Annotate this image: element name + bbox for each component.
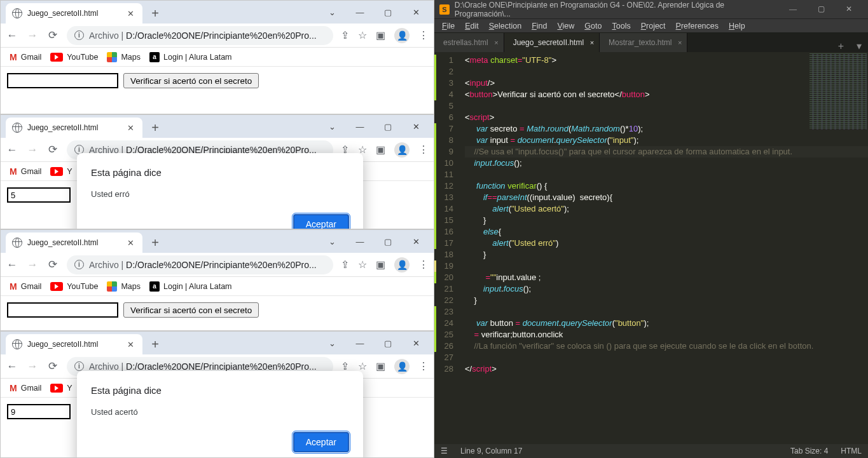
bookmark-gmail[interactable]: MGmail <box>10 383 41 393</box>
info-icon[interactable]: i <box>74 361 84 371</box>
minimize-icon[interactable]: — <box>346 119 374 134</box>
file-tab[interactable]: Juego_secretoII.html× <box>504 33 600 52</box>
menu-toggle-icon[interactable]: ☰ <box>441 447 448 455</box>
status-tabsize[interactable]: Tab Size: 4 <box>790 447 828 455</box>
share-icon[interactable]: ⇪ <box>341 259 349 271</box>
menu-file[interactable]: File <box>437 20 460 32</box>
browser-tab[interactable]: Juego_secretoII.html✕ <box>6 334 142 354</box>
info-icon[interactable]: i <box>74 260 84 269</box>
browser-tab[interactable]: Juego_secretoII.html ✕ <box>6 118 142 138</box>
reload-icon[interactable]: ⟳ <box>46 29 59 42</box>
caret-down-icon[interactable]: ⌄ <box>318 234 346 249</box>
tabs-dropdown-icon[interactable]: ▾ <box>850 40 868 52</box>
back-icon[interactable]: ← <box>6 29 18 42</box>
kebab-menu-icon[interactable]: ⋮ <box>418 360 429 372</box>
close-tab-icon[interactable]: ✕ <box>125 123 136 133</box>
minimap[interactable] <box>809 53 867 130</box>
minimize-icon[interactable]: — <box>779 4 807 14</box>
forward-icon[interactable]: → <box>26 259 39 271</box>
back-icon[interactable]: ← <box>6 144 18 156</box>
back-icon[interactable]: ← <box>6 360 18 373</box>
new-tab-button[interactable]: + <box>146 234 164 252</box>
close-tab-icon[interactable]: ✕ <box>125 340 136 349</box>
minimize-icon[interactable]: — <box>346 4 374 20</box>
bookmark-youtube[interactable]: Y <box>50 384 72 393</box>
close-window-icon[interactable]: ✕ <box>835 4 863 14</box>
close-window-icon[interactable]: ✕ <box>402 119 430 134</box>
bookmark-alura[interactable]: aLogin | Alura Latam <box>149 52 231 62</box>
maximize-icon[interactable]: ▢ <box>807 4 835 14</box>
close-window-icon[interactable]: ✕ <box>402 234 430 249</box>
new-tab-button[interactable]: + <box>146 335 164 353</box>
forward-icon[interactable]: → <box>26 29 39 42</box>
menu-preferences[interactable]: Preferences <box>671 20 724 32</box>
panel-icon[interactable]: ▣ <box>376 259 385 271</box>
verify-button[interactable]: Verificar si acertó con el secreto <box>123 73 259 88</box>
menu-tools[interactable]: Tools <box>607 20 635 32</box>
new-file-icon[interactable]: + <box>832 41 850 52</box>
secret-input[interactable] <box>7 404 71 419</box>
omnibox[interactable]: i Archivo | D:/Oracle%20ONE/Principiante… <box>67 26 333 45</box>
new-tab-button[interactable]: + <box>146 4 164 22</box>
forward-icon[interactable]: → <box>26 144 39 156</box>
profile-avatar[interactable]: 👤 <box>394 142 410 158</box>
editor[interactable]: 1 2 3 4 5 6 7 8 9 10 11 12 13 14 15 16 1… <box>434 52 868 444</box>
panel-icon[interactable]: ▣ <box>376 360 385 372</box>
secret-input[interactable] <box>7 73 118 88</box>
menu-project[interactable]: Project <box>636 20 671 32</box>
maximize-icon[interactable]: ▢ <box>374 234 402 249</box>
reload-icon[interactable]: ⟳ <box>46 258 59 271</box>
status-lang[interactable]: HTML <box>841 447 862 455</box>
back-icon[interactable]: ← <box>6 259 18 271</box>
caret-down-icon[interactable]: ⌄ <box>318 335 346 351</box>
profile-avatar[interactable]: 👤 <box>394 359 410 374</box>
close-tab-icon[interactable]: × <box>678 39 682 46</box>
bookmark-gmail[interactable]: MGmail <box>10 281 41 292</box>
star-icon[interactable]: ☆ <box>358 360 367 372</box>
close-tab-icon[interactable]: ✕ <box>125 238 136 248</box>
reload-icon[interactable]: ⟳ <box>46 143 59 156</box>
star-icon[interactable]: ☆ <box>358 259 367 271</box>
alert-ok-button[interactable]: Aceptar <box>293 214 349 229</box>
omnibox[interactable]: iArchivo | D:/Oracle%20ONE/Principiante%… <box>67 255 333 274</box>
code-area[interactable]: <meta charset="UTF-8"> <input/> <button>… <box>460 52 868 444</box>
star-icon[interactable]: ☆ <box>358 29 367 41</box>
close-tab-icon[interactable]: × <box>590 39 594 46</box>
menu-find[interactable]: Find <box>527 20 552 32</box>
file-tab[interactable]: Mostrar_texto.html× <box>600 33 687 52</box>
maximize-icon[interactable]: ▢ <box>374 119 402 134</box>
bookmark-gmail[interactable]: MGmail <box>10 52 41 62</box>
share-icon[interactable]: ⇪ <box>341 29 349 41</box>
bookmark-youtube[interactable]: YouTube <box>50 53 98 62</box>
close-window-icon[interactable]: ✕ <box>402 335 430 351</box>
profile-avatar[interactable]: 👤 <box>394 28 410 43</box>
bookmark-youtube[interactable]: YouTube <box>50 282 98 291</box>
close-window-icon[interactable]: ✕ <box>402 4 430 20</box>
bookmark-maps[interactable]: Maps <box>107 52 141 62</box>
profile-avatar[interactable]: 👤 <box>394 257 410 273</box>
browser-tab[interactable]: Juego_secretoII.html ✕ <box>6 3 142 24</box>
bookmark-gmail[interactable]: MGmail <box>10 166 41 177</box>
menu-selection[interactable]: Selection <box>484 20 527 32</box>
bookmark-alura[interactable]: aLogin | Alura Latam <box>149 281 231 292</box>
kebab-menu-icon[interactable]: ⋮ <box>418 29 429 41</box>
menu-view[interactable]: View <box>552 20 579 32</box>
panel-icon[interactable]: ▣ <box>376 144 385 156</box>
forward-icon[interactable]: → <box>26 360 39 373</box>
close-tab-icon[interactable]: ✕ <box>125 9 136 18</box>
new-tab-button[interactable]: + <box>146 119 164 137</box>
kebab-menu-icon[interactable]: ⋮ <box>418 259 429 271</box>
panel-icon[interactable]: ▣ <box>376 29 385 41</box>
maximize-icon[interactable]: ▢ <box>374 4 402 20</box>
alert-ok-button[interactable]: Aceptar <box>293 432 349 452</box>
verify-button[interactable]: Verificar si acertó con el secreto <box>123 302 259 318</box>
minimize-icon[interactable]: — <box>346 234 374 249</box>
caret-down-icon[interactable]: ⌄ <box>318 119 346 134</box>
secret-input[interactable] <box>7 187 71 203</box>
kebab-menu-icon[interactable]: ⋮ <box>418 144 429 156</box>
bookmark-maps[interactable]: Maps <box>107 281 141 292</box>
menu-edit[interactable]: Edit <box>460 20 484 32</box>
reload-icon[interactable]: ⟳ <box>46 360 59 373</box>
maximize-icon[interactable]: ▢ <box>374 335 402 351</box>
menu-help[interactable]: Help <box>724 20 750 32</box>
